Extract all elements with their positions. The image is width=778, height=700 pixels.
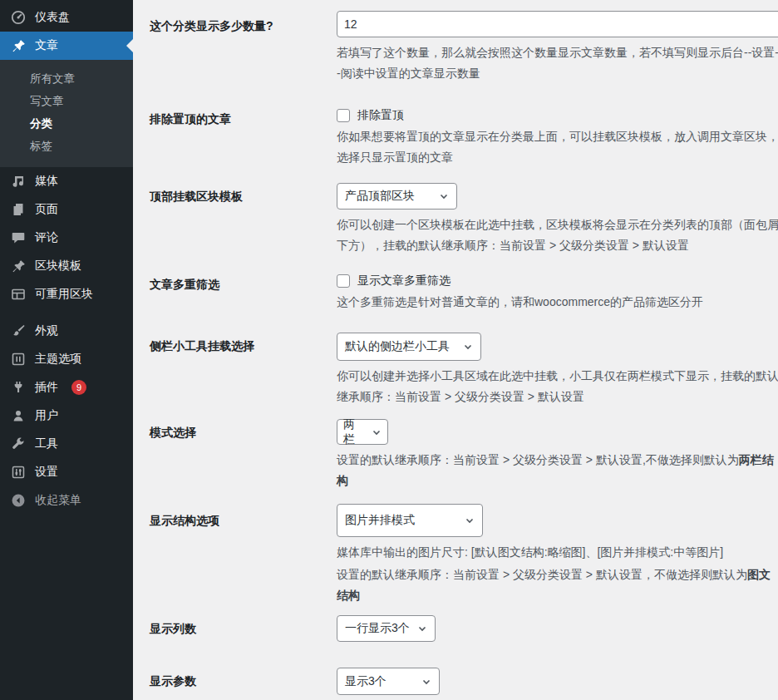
sidebar-item-theme-options[interactable]: 主题选项 [0,345,133,373]
field-label: 侧栏小工具挂载选择 [150,333,337,407]
sidebar-item-pages[interactable]: 页面 [0,195,133,224]
field-label: 显示参数 [150,668,337,695]
media-icon [10,173,27,190]
sidebar-item-label: 用户 [35,408,58,423]
form-row-columns: 显示列数 一行显示3个 [150,615,778,642]
sidebar-item-tags[interactable]: 标签 [0,135,133,157]
pushpin-icon [10,258,27,274]
chevron-down-icon [417,624,427,633]
sidebar-item-label: 外观 [35,323,58,338]
sidebar-item-label: 插件 [35,380,58,395]
sidebar-item-dashboard[interactable]: 仪表盘 [0,3,133,32]
pushpin-icon [10,37,27,54]
chevron-down-icon [465,515,475,525]
sidebar-item-block-templates[interactable]: 区块模板 [0,252,133,280]
sidebar-item-settings[interactable]: 设置 [0,458,133,486]
field-label: 文章多重筛选 [150,271,337,313]
sidebar-item-label: 工具 [35,436,58,451]
field-label: 显示列数 [150,615,337,642]
collapse-menu-button[interactable]: 收起菜单 [0,486,133,515]
chevron-down-icon [439,191,449,201]
checkbox-label: 排除置顶 [357,108,404,123]
sidebar-item-label: 主题选项 [35,352,81,367]
sidebar-item-comments[interactable]: 评论 [0,224,133,252]
field-description: 你可以创建并选择小工具区域在此选中挂载，小工具仅在两栏模式下显示，挂载的默认继承… [337,366,778,407]
pages-icon [10,201,27,218]
form-row-exclude-sticky: 排除置顶的文章 排除置顶 你如果想要将置顶的文章显示在分类最上面，可以挂载区块模… [150,106,778,168]
columns-select[interactable]: 一行显示3个 [337,615,436,642]
sidebar-item-reusable-blocks[interactable]: 可重用区块 [0,280,133,308]
field-description: 设置的默认继承顺序：当前设置 > 父级分类设置 > 默认设置,不做选择则默认为两… [337,450,778,491]
form-row-mode: 模式选择 两栏 设置的默认继承顺序：当前设置 > 父级分类设置 > 默认设置,不… [150,419,778,491]
sidebar-item-all-posts[interactable]: 所有文章 [0,67,133,90]
form-row-params: 显示参数 显示3个 [150,668,778,695]
select-value: 图片并排模式 [345,513,415,528]
checkbox-label: 显示文章多重筛选 [357,274,451,288]
select-value: 显示3个 [345,674,387,689]
field-label: 排除置顶的文章 [150,106,337,168]
chevron-down-icon [463,342,473,352]
sidebar-item-label: 区块模板 [35,259,81,274]
user-icon [10,407,27,424]
collapse-arrow-icon [10,492,27,509]
select-value: 默认的侧边栏小工具 [345,339,450,354]
plugins-update-badge: 9 [71,380,86,395]
field-description: 你可以创建一个区块模板在此选中挂载，区块模板将会显示在分类列表的顶部（面包屑下方… [337,214,778,256]
wordpress-admin: 仪表盘 文章 所有文章 写文章 分类 标签 媒体 页面 [0,0,778,700]
field-description: 你如果想要将置顶的文章显示在分类最上面，可以挂载区块模板，放入调用文章区块，选择… [337,126,778,168]
select-value: 一行显示3个 [345,621,410,636]
params-select[interactable]: 显示3个 [337,668,440,695]
field-label: 显示结构选项 [150,504,337,606]
field-label: 模式选择 [150,419,337,491]
sidebar-item-label: 收起菜单 [35,493,81,508]
theme-options-icon [10,351,27,367]
sidebar-item-categories[interactable]: 分类 [0,112,133,135]
sidebar-item-label: 可重用区块 [35,287,93,302]
wrench-icon [10,436,27,452]
field-label: 这个分类显示多少数量? [150,11,337,84]
exclude-sticky-checkbox[interactable] [337,109,350,122]
top-block-template-select[interactable]: 产品顶部区块 [337,183,457,210]
sidebar-item-label: 设置 [35,465,58,480]
sidebar-item-label: 页面 [35,202,58,217]
sidebar-item-appearance[interactable]: 外观 [0,317,133,345]
select-value: 两栏 [343,417,365,447]
paintbrush-icon [10,323,27,339]
sidebar-separator [0,308,133,317]
dashboard-icon [10,9,27,26]
comment-icon [10,229,27,246]
plugin-icon [10,379,27,396]
field-description: 设置的默认继承顺序：当前设置 > 父级分类设置 > 默认设置，不做选择则默认为图… [337,564,778,606]
sidebar-item-label: 媒体 [35,174,58,189]
field-label: 顶部挂载区块模板 [150,183,337,256]
display-count-input[interactable] [337,11,778,37]
field-description: 若填写了这个数量，那么就会按照这个数量显示文章数量，若不填写则显示后台--设置-… [337,42,778,84]
sidebar-item-plugins[interactable]: 插件 9 [0,373,133,402]
form-row-multi-filter: 文章多重筛选 显示文章多重筛选 这个多重筛选是针对普通文章的，请和woocomm… [150,271,778,313]
form-row-top-block-template: 顶部挂载区块模板 产品顶部区块 你可以创建一个区块模板在此选中挂载，区块模板将会… [150,183,778,256]
multi-filter-checkbox[interactable] [337,274,350,288]
chevron-down-icon [372,427,382,437]
mode-select[interactable]: 两栏 [337,419,388,445]
form-row-display-count: 这个分类显示多少数量? 若填写了这个数量，那么就会按照这个数量显示文章数量，若不… [150,11,778,84]
sidebar-item-new-post[interactable]: 写文章 [0,90,133,112]
sidebar-item-users[interactable]: 用户 [0,402,133,430]
sidebar-item-label: 文章 [35,38,58,53]
posts-submenu: 所有文章 写文章 分类 标签 [0,60,133,167]
form-row-sidebar-widget: 侧栏小工具挂载选择 默认的侧边栏小工具 你可以创建并选择小工具区域在此选中挂载，… [150,333,778,407]
sidebar-widget-select[interactable]: 默认的侧边栏小工具 [337,333,481,361]
admin-sidebar: 仪表盘 文章 所有文章 写文章 分类 标签 媒体 页面 [0,0,133,700]
field-description: 这个多重筛选是针对普通文章的，请和woocommerce的产品筛选区分开 [337,292,778,313]
sidebar-item-posts[interactable]: 文章 [0,32,133,60]
structure-select[interactable]: 图片并排模式 [337,504,483,537]
form-row-structure: 显示结构选项 图片并排模式 媒体库中输出的图片尺寸: [默认图文结构:略缩图]、… [150,504,778,606]
sidebar-item-label: 仪表盘 [35,10,70,25]
chevron-down-icon [421,677,431,687]
sliders-icon [10,464,27,481]
sidebar-item-tools[interactable]: 工具 [0,430,133,458]
field-description: 媒体库中输出的图片尺寸: [默认图文结构:略缩图]、[图片并排模式:中等图片] [337,542,778,563]
table-grid-icon [10,286,27,303]
sidebar-item-media[interactable]: 媒体 [0,167,133,195]
select-value: 产品顶部区块 [345,189,415,204]
category-edit-form: 这个分类显示多少数量? 若填写了这个数量，那么就会按照这个数量显示文章数量，若不… [133,0,778,700]
